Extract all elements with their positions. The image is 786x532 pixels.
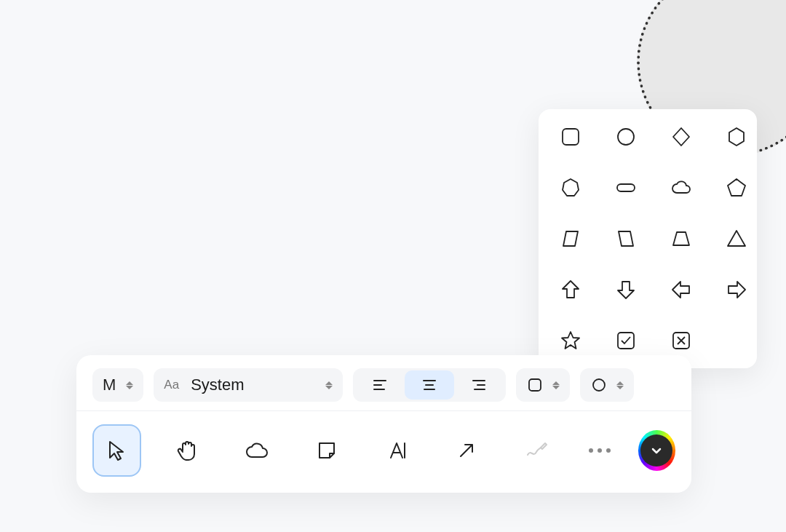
hand-icon: [174, 437, 200, 464]
shape-checkbox-checked-icon[interactable]: [608, 326, 643, 355]
align-right-button[interactable]: [454, 370, 504, 400]
shape-diamond-icon[interactable]: [664, 122, 699, 151]
dot-icon: [606, 448, 611, 453]
svg-rect-0: [563, 129, 579, 145]
text-tool-button[interactable]: [373, 424, 421, 477]
toolbar: M Aa System: [76, 355, 691, 493]
size-dropdown[interactable]: M: [92, 368, 143, 402]
shape-hexagon-icon[interactable]: [719, 122, 754, 151]
chevron-down-icon: [640, 434, 672, 467]
more-tools-button[interactable]: [583, 448, 616, 453]
align-left-button[interactable]: [355, 370, 405, 400]
cursor-icon: [103, 437, 130, 464]
squiggle-pen-icon: [523, 437, 549, 464]
shape-arrow-down-icon[interactable]: [608, 275, 643, 304]
svg-rect-14: [529, 379, 541, 391]
sticky-note-icon: [314, 437, 340, 464]
shape-trapezoid-icon[interactable]: [664, 224, 699, 253]
size-dropdown-label: M: [103, 376, 116, 394]
svg-rect-3: [618, 333, 634, 349]
stepper-icon: [126, 381, 133, 389]
style-bar: M Aa System: [76, 355, 691, 411]
shape-rounded-square-icon[interactable]: [553, 122, 588, 151]
cloud-icon: [244, 437, 270, 464]
align-center-button[interactable]: [405, 370, 454, 400]
color-picker-button[interactable]: [638, 430, 675, 471]
note-tool-button[interactable]: [303, 424, 351, 477]
tool-bar: [76, 411, 691, 493]
stepper-icon: [552, 381, 560, 389]
draw-tool-button[interactable]: [512, 424, 560, 477]
shape-arrow-left-icon[interactable]: [664, 275, 699, 304]
align-group: [353, 368, 506, 402]
font-dropdown[interactable]: Aa System: [154, 368, 343, 402]
shape-pill-icon[interactable]: [608, 173, 643, 202]
shape-circle-icon[interactable]: [608, 122, 643, 151]
font-prefix-label: Aa: [164, 378, 179, 392]
dot-icon: [589, 448, 593, 453]
shape-star-icon[interactable]: [553, 326, 588, 355]
arrow-ne-icon: [453, 437, 480, 464]
text-cursor-icon: [384, 437, 410, 464]
shape-checkbox-x-icon[interactable]: [664, 326, 699, 355]
shape-dropdown[interactable]: [516, 368, 570, 402]
stepper-icon: [325, 381, 333, 389]
shape-heptagon-icon[interactable]: [553, 173, 588, 202]
shape-parallelogram-left-icon[interactable]: [553, 224, 588, 253]
shape-arrow-right-icon[interactable]: [719, 275, 754, 304]
shape-parallelogram-right-icon[interactable]: [608, 224, 643, 253]
shape-arrow-up-icon[interactable]: [553, 275, 588, 304]
select-tool-button[interactable]: [92, 424, 141, 477]
hand-tool-button[interactable]: [163, 424, 211, 477]
shape-pentagon-icon[interactable]: [719, 173, 754, 202]
svg-rect-2: [617, 184, 635, 191]
style-dropdown[interactable]: [580, 368, 634, 402]
font-dropdown-label: System: [191, 376, 244, 394]
shape-picker-panel: [539, 109, 757, 368]
cloud-tool-button[interactable]: [233, 424, 281, 477]
stepper-icon: [616, 381, 624, 389]
arrow-tool-button[interactable]: [442, 424, 491, 477]
svg-point-15: [593, 379, 605, 391]
dot-icon: [598, 448, 602, 453]
svg-point-1: [618, 129, 634, 145]
shape-triangle-icon[interactable]: [719, 224, 754, 253]
shape-cloud-icon[interactable]: [664, 173, 699, 202]
